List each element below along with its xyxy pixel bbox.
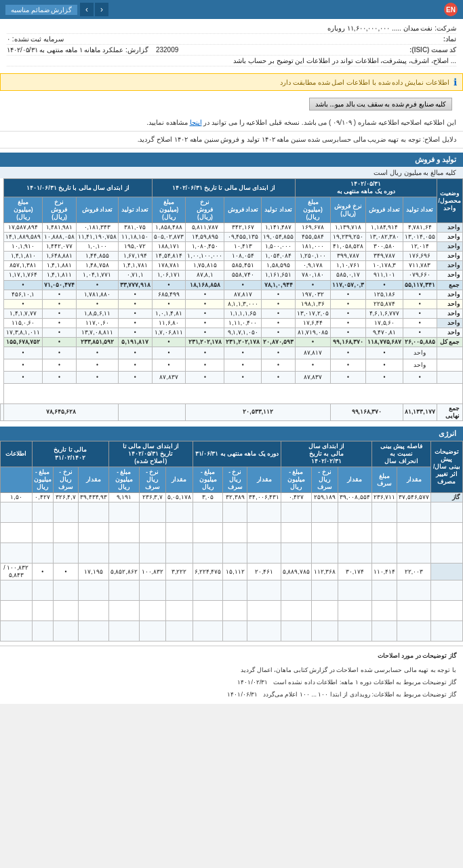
th-sale-count-2: تعداد فروش bbox=[224, 197, 262, 223]
total-row: جمع ۵۵,۱۱۷,۳۴۱ • ۱۱۷,۰۵۷,۰,۳ • ۷۸,۱,۰,۹۴… bbox=[1, 280, 463, 290]
th-e-mablagh-2: مبلغ -میلیونریال bbox=[193, 467, 223, 493]
th-vosat: وضعیتمحصول/واحد bbox=[437, 179, 462, 223]
energy-row-blank-4 bbox=[1, 580, 463, 601]
table-row: واحد ۰۷۹,۶۶۰ ۹۱۱,۱۰۱ ۵۸۵,۰,۱۷ ۷۸۰,۱۸۰ ۱,… bbox=[1, 271, 463, 280]
row-label: واحد bbox=[437, 271, 462, 280]
energy-table-wrapper: توضیحات پیشبینی سال/اثر تغییرمصرف فاصله … bbox=[0, 441, 463, 642]
energy-row-blank-2 bbox=[1, 523, 463, 543]
energy-row-blank-3 bbox=[1, 543, 463, 564]
table-row: واحد ۷۱۱,۷۸۳ ۱۰,۱۷۸,۳ ۱,۱۰,۷۶۱ ۰,۹,۱۷۸ ۱… bbox=[1, 261, 463, 271]
blank-row bbox=[1, 383, 463, 403]
table-row: واحد • ۴,۶,۱,۶,۷۷۷ • ۱۳,۰۱۷,۲,۰۵ • ۱,۱,۱… bbox=[1, 309, 463, 318]
th-e-narkh-1: نرخ - ریالسرف bbox=[311, 467, 338, 493]
th-energy-financial: مالی تا تاریخ۳۱/۰۲/۱۴۰۲ bbox=[32, 441, 108, 467]
light-yellow-row: واحد • ۲۲۵,۸۷۴ • ۱۹۸,۱,۳۶ • ۸,۱,۱,۳,۰۰۰ … bbox=[1, 299, 463, 309]
yellow-row: واحد • ۱۲۵,۱۸۶ • ۱۹۷,۰۳۲ • ۸۷,۸۱۷ • ۶۸۵,… bbox=[1, 290, 463, 299]
energy-row-blank-1 bbox=[1, 502, 463, 523]
prev-link[interactable]: اینجا bbox=[190, 119, 202, 126]
isic-label: کد سمت (ISIC): bbox=[409, 46, 456, 54]
energy-row-blank-5 bbox=[1, 601, 463, 621]
th-price-3: نرخفروش(ریال) bbox=[43, 197, 77, 223]
production-table: وضعیتمحصول/واحد ۱۴۰۲/۰۵/۳۱دوره یک ماهه م… bbox=[0, 178, 463, 421]
footer-note-3: گاز توضیحات مربوط به اطلاعات دوره ۱ ماهه… bbox=[7, 677, 456, 688]
energy-section: انرژی توضیحات پیشبینی سال/اثر تغییرمصرف … bbox=[0, 427, 463, 642]
row-label: واحد bbox=[437, 242, 462, 252]
action-button[interactable]: کلیه صنایع فرم شده به سقف یت بالد میو...… bbox=[309, 98, 452, 111]
status-row: ... اصلاح، اشرف، پیشرفت، اطلاعات تواند د… bbox=[7, 56, 456, 66]
th-energy-spec: توضیحات پیشبینی سال/اثر تغییرمصرف bbox=[430, 441, 462, 492]
table-row: واحد ۱۳,۰۱۴,۰۵۵ ۱۳,۰۸۲,۳۸۰ ۱۹,۲۳۹,۲۵۰ ۴۵… bbox=[1, 233, 463, 242]
footer-note-4: گاز توضیحات مربوط به اطلاعات: رویدادی از… bbox=[7, 689, 456, 700]
production-section-title: تولید و فروش bbox=[0, 153, 463, 167]
th-price-2: نرخفروش(ریال) bbox=[186, 197, 224, 223]
yellow-sub-row: •••۸۷,۸۳۷•••۸۷,۸۳۷•••• bbox=[1, 371, 463, 383]
production-table-wrapper: وضعیتمحصول/واحد ۱۴۰۲/۰۵/۳۱دوره یک ماهه م… bbox=[0, 178, 463, 421]
row-label: واحد bbox=[437, 318, 462, 328]
total-label: جمع bbox=[437, 280, 462, 290]
th-e-narkh-4: نرخ - ریالسرف bbox=[53, 467, 79, 493]
footer-note-1: گاز توضیحات در مورد اصلاحات bbox=[7, 650, 456, 661]
th-sale-count-3: تعداد فروش bbox=[76, 197, 118, 223]
th-e-mablagh-4: مبلغ -میلیونریال bbox=[32, 467, 53, 493]
symbol-label: نماد: bbox=[443, 35, 456, 43]
company-row: شرکت: نفت میدان ..... ۱۱,۶۰۰,۰۰۰,۰۰۰ روی… bbox=[7, 23, 456, 34]
th-date1402-period: ۱۴۰۲/۰۵/۳۱دوره یک ماهه منتهی به bbox=[295, 179, 437, 197]
th-e-miqdar-2: مقدار bbox=[247, 467, 281, 493]
row-label: واحد bbox=[437, 309, 462, 318]
th-prod-count-3: تعداد تولید bbox=[118, 197, 152, 223]
energy-gas-label: گاز bbox=[430, 493, 462, 502]
table-row: واحد ۴,۷۸۱,۶۴ ۱,۱۸۴,۹۱۴ ۱,۱۳۹,۷۱۸ ۱۶۹,۶۷… bbox=[1, 223, 463, 233]
th-prod-count-2: تعداد تولید bbox=[262, 197, 296, 223]
footer-notes: گاز توضیحات در مورد اصلاحات با توجه به ت… bbox=[0, 646, 463, 704]
th-sale-count-1: تعداد فروش bbox=[366, 197, 403, 223]
status-value: ... اصلاح، اشرف، پیشرفت، اطلاعات تواند د… bbox=[233, 57, 456, 64]
table-row: واحد ۱۲,۰۱۴ ۳۰۰,۵۸۰ ۴۱,۰۵۸,۵۲۸ ۱۸۱,۰۰۰ ۱… bbox=[1, 242, 463, 252]
description-1: این اطلاعیه اصلاحیه اطلاعیه شماره ( ۰۹/۱… bbox=[0, 115, 463, 132]
isic-value: 232009 گزارش: عملکرد ماهانه ۱ ماهه منتهی… bbox=[7, 46, 178, 54]
th-from-start-1401: از ابتدای سال مالی با تاریخ ۱۴۰۱/۰۶/۳۱ bbox=[4, 179, 153, 197]
energy-table: توضیحات پیشبینی سال/اثر تغییرمصرف فاصله … bbox=[0, 441, 463, 642]
user-icon: EN bbox=[444, 3, 458, 16]
row-label: واحد bbox=[437, 299, 462, 309]
isic-row: کد سمت (ISIC): 232009 گزارش: عملکرد ماها… bbox=[7, 45, 456, 56]
th-e-mablagh-1: مبلغ -میلیونریال bbox=[281, 467, 312, 493]
th-from-start-1402: از ابتدای سال مالی تا تاریخ ۱۴۰۲/۰۶/۳۱ bbox=[152, 179, 295, 197]
summary-total-row: جمع کل ۲۶,۰۰۵,۸۸۵ ۱۱۸,۷۷۵,۶۸۷ ۹۹,۱۶۸,۳۷۰… bbox=[1, 337, 463, 347]
table-row: واحد ۱۷۶,۶۹۶ ۳۴۹,۷۸۷ ۳۹۹,۷۸۷ ۱,۲۵۰,۱۰۰ ۱… bbox=[1, 252, 463, 261]
th-amount-3: مبلغ(میلیونریال) bbox=[4, 197, 43, 223]
th-e-label bbox=[1, 467, 33, 493]
th-e-narkh-2: نرخ - ریالسرف bbox=[223, 467, 247, 493]
th-energy-label: اطلاعات bbox=[1, 441, 33, 467]
company-value: شرکت: نفت میدان ..... ۱۱,۶۰۰,۰۰۰,۰۰۰ روی… bbox=[327, 24, 456, 32]
th-energy-1401: از ابتدای سالمالی به تاریخ۱۴۰۲/۰۲/۳۱ bbox=[281, 441, 372, 467]
table-row: واحد • ۱۷,۵,۶۰ • ۱۷,۶,۴۴ • ۱,۱۱,۰,۴۰۰ • … bbox=[1, 318, 463, 328]
separator-row-2: واحد••••••••••• bbox=[1, 359, 463, 371]
th-amount-1: مبلغ(میلیونریال) bbox=[295, 197, 330, 223]
alert-bar: ℹ اطلاعات نمایش داده شده با اطلاعات اصل … bbox=[0, 73, 463, 91]
bottom-total-label: جمع نهایی bbox=[437, 403, 462, 420]
energy-row-blank-6 bbox=[1, 621, 463, 642]
th-e-mablagh-3: مبلغ -میلیونریال bbox=[108, 467, 139, 493]
top-bar: EN ‹ › گزارش ضمائم مناسبه bbox=[0, 0, 463, 19]
row-label: واحد bbox=[437, 233, 462, 242]
th-e-miqdar-forecast: مقدار bbox=[397, 467, 431, 493]
bottom-total-row: جمع نهایی ۸۱,۱۳۳,۱۷۷ ۹۹,۱۶۸,۳۷۰ ۲۰,۵۳۳,۱… bbox=[1, 403, 463, 420]
th-e-mablagh-forecast: مبلغسرف bbox=[371, 467, 397, 493]
top-bar-left: EN bbox=[444, 3, 458, 16]
energy-row-gas: گاز ۳۷,۵۴۶,۵۷۷ ۲۳۶,۷۱۱ ۳۹,۰۰۸,۵۵۴ ۲۵۹,۱۸… bbox=[1, 493, 463, 502]
energy-section-title: انرژی bbox=[0, 427, 463, 441]
th-energy-forecast: فاصله پیش بینینسبت بهانحراف سال bbox=[371, 441, 430, 467]
row-label: واحد bbox=[437, 290, 462, 299]
production-subtitle: کلیه مبالغ به میلیون ریال است bbox=[0, 167, 463, 178]
table-row: واحد • ۹,۴۷۰,۸۱ • ۸۱,۷۱۹,۰۸۵ • ۹,۱,۷,۱,۰… bbox=[1, 328, 463, 337]
nav-prev-button[interactable]: ‹ bbox=[95, 3, 108, 16]
description-2: دلایل اصلاح: توجه به تهیه ضریب مالی حساب… bbox=[0, 132, 463, 149]
top-bar-right: ‹ › گزارش ضمائم مناسبه bbox=[5, 3, 108, 16]
th-amount-2: مبلغ(میلیونریال) bbox=[152, 197, 186, 223]
footer-note-2: با توجه به تهیه مالی حسابرسی شده اصلاحات… bbox=[7, 665, 456, 675]
row-label: واحد bbox=[437, 261, 462, 271]
report-button[interactable]: گزارش ضمائم مناسبه bbox=[5, 5, 77, 15]
separator-row: واحد••۸۷,۸۱۷•••••••• bbox=[1, 347, 463, 359]
row-label: واحد bbox=[437, 328, 462, 337]
nav-next-button[interactable]: › bbox=[80, 3, 94, 16]
